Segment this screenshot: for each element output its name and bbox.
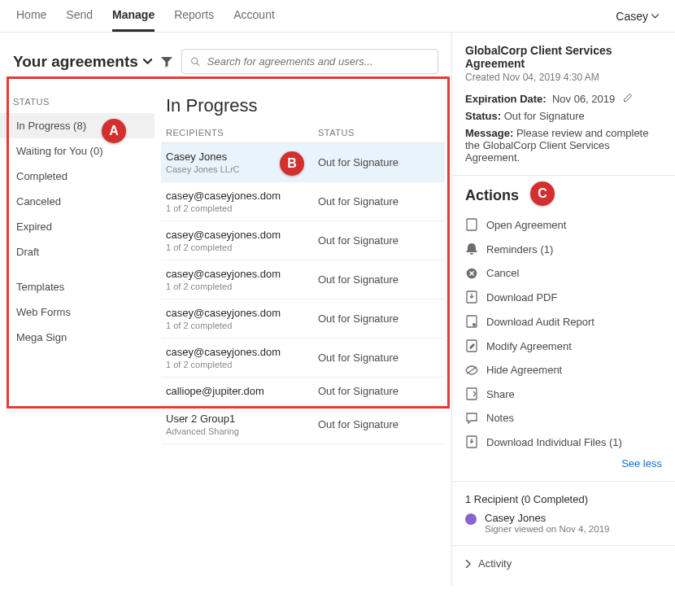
recipient-primary: casey@caseyjones.dom <box>166 229 318 241</box>
activity-toggle[interactable]: Activity <box>465 557 662 570</box>
your-agreements-dropdown[interactable]: Your agreements <box>13 53 152 71</box>
user-menu[interactable]: Casey <box>616 10 659 31</box>
recipient-primary: casey@caseyjones.dom <box>166 307 318 319</box>
recipient-secondary: Advanced Sharing <box>166 426 318 436</box>
action-item[interactable]: Download PDF <box>465 285 662 309</box>
action-item[interactable]: Notes <box>465 406 662 430</box>
sidebar-item[interactable]: Web Forms <box>13 299 155 325</box>
chevron-right-icon <box>465 560 472 568</box>
row-status: Out for Signature <box>318 190 440 213</box>
svg-point-6 <box>472 323 476 326</box>
message-row: Message: Please review and complete the … <box>465 127 662 164</box>
col-recipients: RECIPIENTS <box>166 128 318 138</box>
row-status: Out for Signature <box>318 385 440 397</box>
action-item[interactable]: Download Individual Files (1) <box>465 430 662 454</box>
detail-panel: GlobalCorp Client Services Agreement Cre… <box>451 33 675 586</box>
action-label: Hide Agreement <box>486 364 562 376</box>
action-item[interactable]: Reminders (1) <box>465 237 662 261</box>
row-status: Out for Signature <box>318 307 440 330</box>
recipient-status-dot <box>465 513 477 525</box>
column-headers: RECIPIENTS STATUS <box>161 125 445 143</box>
row-status: Out for Signature <box>318 229 440 252</box>
nav-reports[interactable]: Reports <box>174 8 214 32</box>
action-label: Open Agreement <box>486 219 566 231</box>
expiration-row: Expiration Date: Nov 06, 2019 <box>465 93 662 105</box>
nav-home[interactable]: Home <box>16 8 46 32</box>
sidebar-item[interactable]: Mega Sign <box>13 325 155 350</box>
callout-badge-B: B <box>280 151 304 176</box>
recipient-row[interactable]: Casey Jones Signer viewed on Nov 4, 2019 <box>465 512 662 534</box>
action-item[interactable]: Open Agreement <box>465 212 662 237</box>
table-row[interactable]: casey@caseyjones.dom1 of 2 completedOut … <box>161 260 445 299</box>
action-icon <box>465 242 478 256</box>
edit-expiration-icon[interactable] <box>623 93 633 103</box>
recipient-secondary: 1 of 2 completed <box>166 242 318 252</box>
search-box[interactable] <box>181 49 438 74</box>
svg-rect-2 <box>467 219 477 230</box>
action-icon <box>465 435 478 448</box>
nav-account[interactable]: Account <box>233 8 275 32</box>
action-item[interactable]: Hide Agreement <box>465 358 662 382</box>
action-label: Reminders (1) <box>486 243 553 256</box>
recipient-primary: casey@caseyjones.dom <box>166 346 318 358</box>
row-status: Out for Signature <box>318 413 440 436</box>
svg-line-1 <box>197 63 199 65</box>
sidebar-item[interactable]: Templates <box>13 274 155 299</box>
action-label: Download PDF <box>486 291 557 304</box>
sidebar-item[interactable]: Canceled <box>13 189 155 214</box>
content-area: In Progress RECIPIENTS STATUS Casey Jone… <box>155 82 451 452</box>
nav-manage[interactable]: Manage <box>112 8 155 32</box>
action-item[interactable]: Modify Agreement <box>465 334 662 358</box>
table-row[interactable]: casey@caseyjones.dom1 of 2 completedOut … <box>161 221 445 260</box>
table-row[interactable]: User 2 Group1Advanced SharingOut for Sig… <box>161 405 445 444</box>
content-heading: In Progress <box>166 95 445 116</box>
sidebar-item[interactable]: Waiting for You (0) <box>13 138 155 164</box>
search-input[interactable] <box>207 55 429 68</box>
sidebar-item[interactable]: Expired <box>13 214 155 239</box>
action-icon <box>465 339 478 352</box>
table-row[interactable]: casey@caseyjones.dom1 of 2 completedOut … <box>161 339 445 378</box>
chevron-down-icon <box>143 59 152 64</box>
recipient-secondary: 1 of 2 completed <box>166 282 318 291</box>
top-nav: HomeSendManageReportsAccount Casey <box>0 0 675 33</box>
sidebar-item[interactable]: In Progress (8) <box>0 113 155 138</box>
sidebar-item[interactable]: Draft <box>13 239 155 264</box>
action-label: Modify Agreement <box>486 340 572 352</box>
table-row[interactable]: calliope@jupiter.domOut for Signature <box>161 378 445 405</box>
action-label: Download Individual Files (1) <box>486 436 622 448</box>
status-row: Status: Out for Signature <box>465 110 662 122</box>
table-row[interactable]: casey@caseyjones.dom1 of 2 completedOut … <box>161 182 445 221</box>
col-status: STATUS <box>318 128 440 138</box>
svg-point-0 <box>191 58 197 63</box>
action-label: Share <box>486 388 515 400</box>
filter-row: Your agreements <box>0 33 451 82</box>
recipient-primary: casey@caseyjones.dom <box>166 190 318 202</box>
user-name: Casey <box>616 10 648 23</box>
recipient-secondary: 1 of 2 completed <box>166 321 318 330</box>
sidebar-item[interactable]: Completed <box>13 164 155 189</box>
sidebar-status-header: STATUS <box>13 97 155 107</box>
action-icon <box>465 268 478 279</box>
row-status: Out for Signature <box>318 346 440 369</box>
agreement-title: GlobalCorp Client Services Agreement <box>465 44 662 70</box>
filter-icon[interactable] <box>160 55 173 68</box>
callout-badge-C: C <box>530 181 555 206</box>
recipient-secondary: 1 of 2 completed <box>166 360 318 369</box>
nav-send[interactable]: Send <box>66 8 93 32</box>
see-less-link[interactable]: See less <box>465 457 662 470</box>
row-status: Out for Signature <box>318 268 440 291</box>
action-icon <box>465 365 478 375</box>
recipient-primary: User 2 Group1 <box>166 413 318 425</box>
action-label: Notes <box>486 412 514 424</box>
caret-down-icon <box>651 14 659 19</box>
action-icon <box>465 413 478 424</box>
action-icon <box>465 315 478 328</box>
action-icon <box>465 291 478 304</box>
table-row[interactable]: casey@caseyjones.dom1 of 2 completedOut … <box>161 299 445 339</box>
callout-badge-A: A <box>102 119 126 143</box>
action-item[interactable]: Download Audit Report <box>465 309 662 334</box>
action-item[interactable]: Share <box>465 382 662 406</box>
search-icon <box>190 56 201 68</box>
action-item[interactable]: Cancel <box>465 261 662 285</box>
sidebar: STATUS In Progress (8)Waiting for You (0… <box>0 82 155 452</box>
